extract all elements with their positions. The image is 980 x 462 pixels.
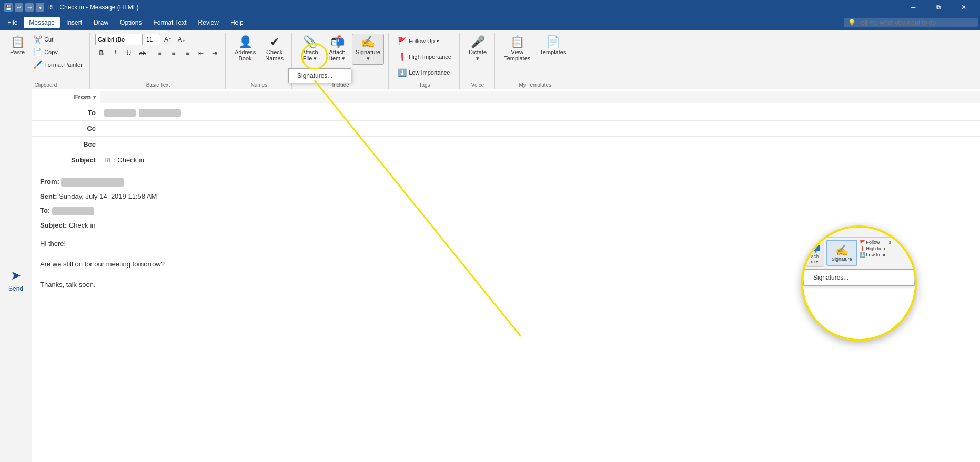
basic-text-group-label: Basic Text bbox=[146, 82, 170, 88]
dictate-button[interactable]: 🎤 Dictate▾ bbox=[465, 34, 490, 65]
menu-draw[interactable]: Draw bbox=[88, 17, 114, 28]
email-to: To: bbox=[40, 206, 972, 216]
search-icon: 💡 bbox=[848, 19, 856, 26]
send-button[interactable]: ➤ Send bbox=[0, 89, 32, 462]
zoom-signature-dropdown: Signatures... bbox=[803, 269, 915, 286]
copy-button[interactable]: 📄 Copy bbox=[31, 46, 85, 58]
bcc-input[interactable] bbox=[100, 138, 980, 150]
to-label-body: To: bbox=[40, 207, 50, 214]
bold-button[interactable]: B bbox=[95, 47, 108, 59]
templates-button[interactable]: 📄 Templates bbox=[536, 34, 570, 58]
from-dropdown-arrow[interactable]: ▾ bbox=[93, 94, 96, 100]
search-input[interactable] bbox=[858, 19, 974, 26]
templates-icon: 📄 bbox=[546, 36, 560, 48]
to-redacted-1 bbox=[104, 109, 136, 117]
high-importance-button[interactable]: ❗ High Importance bbox=[394, 50, 455, 63]
decrease-font-button[interactable]: A↓ bbox=[175, 34, 188, 45]
my-templates-group-label: My Templates bbox=[519, 82, 552, 88]
zoom-signatures-item[interactable]: Signatures... bbox=[804, 270, 914, 285]
increase-font-button[interactable]: A↑ bbox=[161, 34, 174, 45]
email-subject: Subject: Check in bbox=[40, 220, 972, 231]
italic-button[interactable]: I bbox=[109, 47, 122, 59]
zoom-attach-label: ach bbox=[811, 254, 819, 259]
to-input[interactable] bbox=[184, 109, 976, 117]
zoom-follow-row: 🚩 Follow bbox=[860, 240, 887, 245]
paste-button[interactable]: 📋 Paste bbox=[6, 34, 28, 58]
from-row: From ▾ bbox=[32, 89, 980, 105]
format-painter-button[interactable]: 🖌️ Format Painter bbox=[31, 59, 85, 70]
clipboard-content: 📋 Paste ✂️ Cut 📄 Copy 🖌️ Format Painter bbox=[6, 34, 85, 80]
check-names-button[interactable]: ✔ CheckNames bbox=[261, 34, 287, 64]
undo-icon[interactable]: ↩ bbox=[15, 3, 23, 12]
signature-button[interactable]: ✍️ Signature▾ bbox=[352, 34, 384, 65]
font-family-input[interactable] bbox=[95, 34, 143, 45]
align-center-button[interactable]: ≡ bbox=[167, 47, 180, 59]
indent-increase-button[interactable]: ⇥ bbox=[208, 47, 221, 59]
attach-file-icon: 📎 bbox=[303, 36, 317, 48]
strikethrough-button[interactable]: ab bbox=[136, 47, 149, 59]
menu-insert[interactable]: Insert bbox=[61, 17, 87, 28]
clipboard-group-label: Clipboard bbox=[35, 82, 57, 88]
menu-format-text[interactable]: Format Text bbox=[148, 17, 191, 28]
sent-value: Sunday, July 14, 2019 11:58 AM bbox=[59, 192, 157, 200]
zoom-low-importance-row: ⬇️ Low Impo bbox=[860, 252, 887, 258]
separator1 bbox=[151, 49, 151, 57]
templates-label: Templates bbox=[540, 49, 566, 55]
search-bar: 💡 bbox=[844, 18, 978, 27]
zoom-signature-button[interactable]: ✍️ Signature bbox=[826, 240, 857, 266]
save-icon[interactable]: 💾 bbox=[4, 3, 13, 12]
title-bar-controls: ─ ⧉ ✕ bbox=[901, 0, 976, 15]
underline-button[interactable]: U bbox=[123, 47, 135, 59]
redo-icon[interactable]: ↪ bbox=[25, 3, 34, 12]
close-button[interactable]: ✕ bbox=[952, 0, 976, 15]
bcc-row: Bcc bbox=[32, 137, 980, 152]
ribbon-group-names: 👤 AddressBook ✔ CheckNames Names bbox=[227, 33, 292, 89]
subject-input[interactable] bbox=[100, 154, 980, 166]
cc-label: Cc bbox=[32, 125, 100, 132]
sent-label-body: Sent: bbox=[40, 192, 57, 200]
subject-label: Subject bbox=[32, 156, 100, 164]
restore-button[interactable]: ⧉ bbox=[926, 0, 951, 15]
voice-content: 🎤 Dictate▾ bbox=[465, 34, 490, 80]
menu-file[interactable]: File bbox=[2, 17, 23, 28]
customize-icon[interactable]: ▾ bbox=[36, 3, 44, 12]
signature-dropdown: Signatures... bbox=[288, 68, 351, 83]
from-input[interactable] bbox=[100, 91, 980, 103]
check-names-label: CheckNames bbox=[265, 49, 284, 61]
attach-file-button[interactable]: 📎 AttachFile ▾ bbox=[297, 34, 322, 65]
follow-up-button[interactable]: 🚩 Follow Up ▾ bbox=[394, 35, 443, 47]
cut-icon: ✂️ bbox=[33, 35, 42, 44]
view-templates-button[interactable]: 📋 ViewTemplates bbox=[500, 34, 534, 64]
low-importance-button[interactable]: ⬇️ Low Importance bbox=[394, 66, 453, 79]
tags-content: 🚩 Follow Up ▾ ❗ High Importance ⬇️ Low I… bbox=[394, 34, 455, 80]
address-book-icon: 👤 bbox=[238, 36, 252, 48]
high-importance-row: ❗ High Importance bbox=[394, 49, 455, 64]
title-bar: 💾 ↩ ↪ ▾ RE: Check in - Message (HTML) ─ … bbox=[0, 0, 980, 15]
menu-help[interactable]: Help bbox=[225, 17, 249, 28]
menu-review[interactable]: Review bbox=[193, 17, 224, 28]
zoom-follow-icon: 🚩 bbox=[860, 240, 865, 245]
menu-options[interactable]: Options bbox=[115, 17, 147, 28]
cut-button[interactable]: ✂️ Cut bbox=[31, 34, 85, 45]
to-row: To bbox=[32, 105, 980, 121]
low-importance-icon: ⬇️ bbox=[398, 68, 407, 77]
copy-label: Copy bbox=[44, 49, 58, 55]
menu-bar: File Message Insert Draw Options Format … bbox=[0, 15, 980, 30]
view-templates-label: ViewTemplates bbox=[504, 49, 530, 61]
indent-decrease-button[interactable]: ⇤ bbox=[195, 47, 207, 59]
signatures-menu-item[interactable]: Signatures... bbox=[289, 69, 351, 83]
align-right-button[interactable]: ≡ bbox=[181, 47, 194, 59]
send-label: Send bbox=[8, 285, 23, 292]
address-book-label: AddressBook bbox=[235, 49, 256, 61]
cc-input[interactable] bbox=[100, 122, 980, 135]
attach-item-button[interactable]: 📬 AttachItem ▾ bbox=[325, 34, 350, 65]
format-painter-label: Format Painter bbox=[44, 61, 83, 68]
clipboard-small-buttons: ✂️ Cut 📄 Copy 🖌️ Format Painter bbox=[31, 34, 85, 70]
basic-text-content: A↑ A↓ B I U ab ≡ ≡ ≡ ⇤ ⇥ bbox=[95, 34, 221, 80]
zoom-tags-area: 🚩 Follow ❗ High Imp ⬇️ Low Impo bbox=[860, 240, 887, 258]
menu-message[interactable]: Message bbox=[24, 17, 60, 28]
address-book-button[interactable]: 👤 AddressBook bbox=[231, 34, 259, 64]
align-left-button[interactable]: ≡ bbox=[154, 47, 166, 59]
minimize-button[interactable]: ─ bbox=[901, 0, 925, 15]
font-size-input[interactable] bbox=[144, 34, 160, 45]
